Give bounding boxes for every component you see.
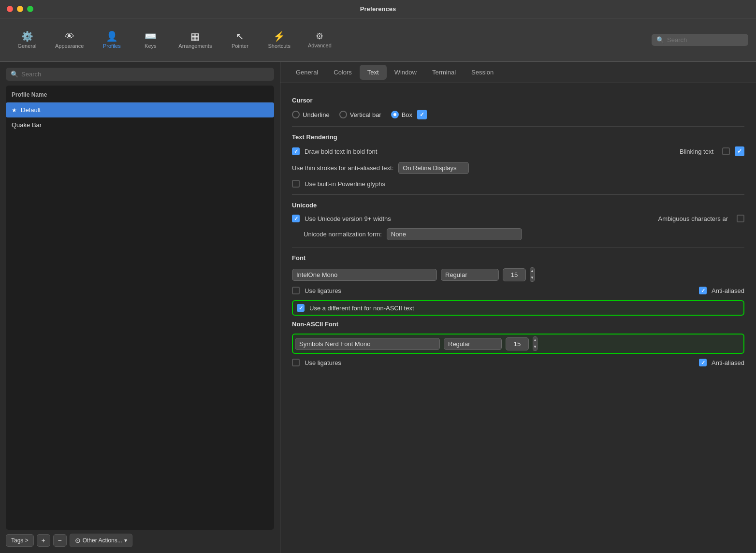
- tags-button[interactable]: Tags >: [6, 534, 34, 547]
- diff-font-label: Use a different font for non-ASCII text: [309, 305, 414, 312]
- non-ascii-size-input[interactable]: 15: [506, 337, 529, 350]
- draw-bold-row: Draw bold text in bold font Blinking tex…: [292, 146, 744, 156]
- tab-window[interactable]: Window: [387, 65, 424, 80]
- cursor-box-radio[interactable]: [391, 111, 399, 118]
- toolbar-advanced[interactable]: ⚙ Advanced: [299, 29, 340, 51]
- advanced-icon: ⚙: [316, 32, 323, 41]
- cursor-underline-radio[interactable]: [292, 111, 300, 118]
- non-ascii-ligatures-label: Use ligatures: [305, 359, 341, 366]
- non-ascii-font-select-wrapper: Symbols Nerd Font Mono: [295, 338, 440, 350]
- sidebar: 🔍 Profile Name ★ Default Quake Bar Tags …: [0, 62, 280, 553]
- close-button[interactable]: [7, 6, 13, 12]
- pointer-icon: ↖: [236, 31, 244, 41]
- toolbar-appearance[interactable]: 👁 Appearance: [46, 29, 92, 52]
- toolbar-shortcuts[interactable]: ⚡ Shortcuts: [259, 29, 299, 52]
- powerline-label: Use built-in Powerline glyphs: [305, 180, 385, 188]
- blinking-text-extra: ✓: [735, 146, 744, 156]
- profile-list: Profile Name ★ Default Quake Bar: [6, 86, 274, 530]
- ambiguous-checkbox[interactable]: [737, 215, 744, 222]
- ligatures-row: Use ligatures Anti-aliased: [292, 287, 744, 294]
- non-ascii-size-up[interactable]: ▲: [533, 337, 537, 344]
- sidebar-search-icon: 🔍: [11, 71, 18, 78]
- add-profile-button[interactable]: +: [37, 534, 50, 547]
- cursor-vertical-bar-radio[interactable]: [339, 111, 347, 118]
- title-bar: Preferences: [0, 0, 756, 18]
- non-ascii-size-stepper[interactable]: ▲ ▼: [533, 336, 538, 351]
- general-icon: ⚙️: [21, 31, 33, 41]
- cursor-box[interactable]: Box: [391, 111, 412, 118]
- anti-aliased-label: Anti-aliased: [712, 287, 744, 294]
- toolbar-advanced-label: Advanced: [308, 43, 332, 48]
- toolbar-search[interactable]: 🔍: [652, 34, 748, 46]
- unicode-norm-select-wrapper: None: [387, 228, 522, 240]
- non-ascii-anti-aliased-checkbox[interactable]: [699, 359, 707, 366]
- tab-text[interactable]: Text: [360, 65, 387, 80]
- arrangements-icon: ▦: [190, 31, 200, 41]
- profile-item-quake-bar[interactable]: Quake Bar: [6, 117, 274, 132]
- font-size-up[interactable]: ▲: [530, 268, 534, 275]
- powerline-checkbox[interactable]: [292, 180, 300, 188]
- divider-3: [292, 247, 744, 247]
- draw-bold-label: Draw bold text in bold font: [305, 148, 377, 155]
- thin-strokes-select[interactable]: On Retina Displays: [398, 162, 469, 174]
- toolbar-appearance-label: Appearance: [55, 43, 84, 49]
- blinking-text-checkbox[interactable]: [722, 147, 730, 155]
- non-ascii-section-title: Non-ASCII Font: [292, 320, 744, 328]
- profile-item-default[interactable]: ★ Default: [6, 102, 274, 117]
- toolbar-general-label: General: [17, 43, 36, 49]
- non-ascii-ligatures-checkbox[interactable]: [292, 359, 300, 366]
- sidebar-search[interactable]: 🔍: [6, 68, 274, 81]
- tab-general[interactable]: General: [288, 65, 326, 80]
- cursor-vertical-bar[interactable]: Vertical bar: [339, 111, 381, 118]
- toolbar-keys-label: Keys: [145, 43, 156, 49]
- non-ascii-style-select[interactable]: Regular: [444, 338, 502, 350]
- minimize-button[interactable]: [17, 6, 23, 12]
- font-style-select-wrapper: Regular: [441, 269, 499, 281]
- default-star-icon: ★: [12, 107, 17, 114]
- font-select-row: IntelOne Mono Regular 15 ▲ ▼: [292, 267, 744, 282]
- cursor-box-label: Box: [402, 111, 412, 118]
- toolbar-shortcuts-label: Shortcuts: [268, 43, 290, 49]
- cursor-vertical-bar-label: Vertical bar: [350, 111, 381, 118]
- toolbar-pointer-label: Pointer: [232, 43, 248, 49]
- tab-bar: General Colors Text Window Terminal Sess…: [280, 62, 756, 83]
- search-input[interactable]: [667, 36, 740, 44]
- divider-1: [292, 126, 744, 127]
- tab-terminal[interactable]: Terminal: [424, 65, 464, 80]
- font-size-input[interactable]: 15: [503, 268, 526, 281]
- keys-icon: ⌨️: [145, 31, 157, 41]
- toolbar-keys[interactable]: ⌨️ Keys: [131, 29, 170, 52]
- toolbar-pointer[interactable]: ↖ Pointer: [220, 29, 259, 52]
- non-ascii-ligatures-row: Use ligatures Anti-aliased: [292, 359, 744, 366]
- font-style-select[interactable]: Regular: [441, 269, 499, 281]
- toolbar-general[interactable]: ⚙️ General: [8, 29, 46, 52]
- toolbar-arrangements[interactable]: ▦ Arrangements: [170, 29, 220, 52]
- cursor-options-row: Underline Vertical bar Box ✓: [292, 110, 744, 119]
- toolbar-profiles[interactable]: 👤 Profiles: [92, 29, 131, 52]
- fullscreen-button[interactable]: [27, 6, 33, 12]
- non-ascii-font-select[interactable]: Symbols Nerd Font Mono: [295, 338, 440, 350]
- remove-profile-button[interactable]: −: [53, 534, 67, 547]
- anti-aliased-checkbox[interactable]: [699, 287, 707, 294]
- font-size-stepper[interactable]: ▲ ▼: [530, 267, 535, 282]
- other-actions-label: Other Actions...: [83, 537, 122, 544]
- text-rendering-section-title: Text Rendering: [292, 133, 744, 141]
- cursor-underline[interactable]: Underline: [292, 111, 330, 118]
- toolbar-arrangements-label: Arrangements: [178, 43, 212, 49]
- ligatures-label: Use ligatures: [305, 287, 341, 294]
- window-title: Preferences: [360, 5, 396, 13]
- unicode-widths-checkbox[interactable]: [292, 215, 300, 222]
- tab-colors[interactable]: Colors: [326, 65, 360, 80]
- ligatures-checkbox[interactable]: [292, 287, 300, 294]
- unicode-norm-select[interactable]: None: [387, 228, 522, 240]
- other-actions-button[interactable]: ⊙ Other Actions... ▾: [70, 534, 132, 547]
- tab-session[interactable]: Session: [464, 65, 501, 80]
- draw-bold-checkbox[interactable]: [292, 147, 300, 155]
- font-name-select[interactable]: IntelOne Mono: [292, 269, 437, 281]
- font-size-down[interactable]: ▼: [530, 275, 534, 281]
- traffic-lights: [7, 6, 33, 12]
- diff-font-checkbox[interactable]: [297, 304, 305, 312]
- non-ascii-size-down[interactable]: ▼: [533, 344, 537, 350]
- other-actions-chevron: ▾: [124, 537, 127, 544]
- sidebar-search-input[interactable]: [21, 71, 269, 78]
